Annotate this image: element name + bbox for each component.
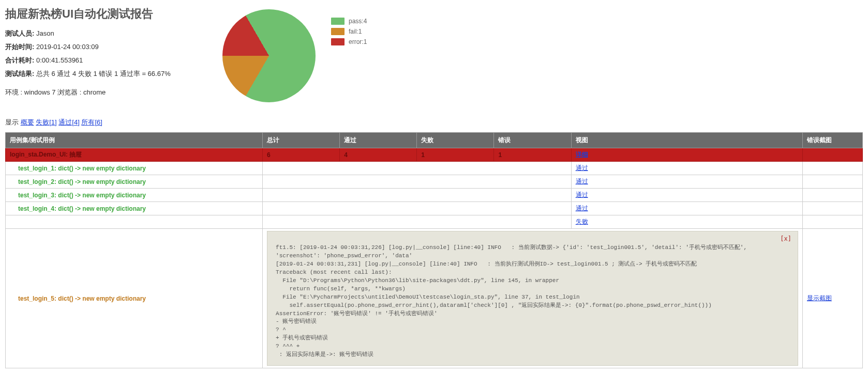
suite-name: login_sta.Demo_UI: 抽屉 — [6, 148, 263, 162]
suite-row: login_sta.Demo_UI: 抽屉 6 4 1 1 详细 — [6, 148, 863, 162]
report-info: 抽屉新热榜UI自动化测试报告 测试人员: Jason 开始时间: 2019-01… — [5, 4, 202, 97]
filter-all-link[interactable]: 所有[6] — [81, 118, 102, 126]
fail-shot-cell: 显示截图 — [802, 229, 862, 368]
suite-error: 1 — [494, 148, 571, 162]
start-line: 开始时间: 2019-01-24 00:03:09 — [5, 42, 202, 52]
filter-prefix: 显示 — [5, 118, 19, 126]
case-result: 通过 — [571, 202, 802, 215]
duration-value: 0:00:41.553961 — [36, 56, 83, 64]
table-row: test_login_4: dict() -> new empty dictio… — [6, 202, 863, 215]
fail-detail-row: test_login_5: dict() -> new empty dictio… — [6, 229, 863, 368]
th-name: 用例集/测试用例 — [6, 133, 263, 148]
result-link[interactable]: 通过 — [576, 178, 588, 185]
legend-error-label: error:1 — [349, 38, 367, 45]
suite-view: 详细 — [571, 148, 802, 162]
th-total: 总计 — [263, 133, 340, 148]
table-row: test_login_3: dict() -> new empty dictio… — [6, 189, 863, 202]
traceback: [x]ft1.5: [2019-01-24 00:03:31,226] [log… — [267, 231, 798, 366]
fail-case-name: test_login_5: dict() -> new empty dictio… — [6, 229, 263, 368]
pie-chart — [222, 9, 316, 102]
case-name: test_login_4: dict() -> new empty dictio… — [6, 202, 263, 215]
legend-pass-label: pass:4 — [349, 18, 367, 25]
legend: pass:4 fail:1 error:1 — [331, 9, 367, 49]
case-shot — [802, 189, 862, 202]
case-name: test_login_3: dict() -> new empty dictio… — [6, 189, 263, 202]
filter-fail-link[interactable]: 失败[1] — [36, 118, 56, 126]
case-empty — [263, 162, 572, 175]
duration-line: 合计耗时: 0:00:41.553961 — [5, 56, 202, 65]
result-link[interactable]: 通过 — [576, 205, 588, 212]
tester-value: Jason — [36, 29, 54, 37]
filter-row: 显示 概要 失败[1] 通过[4] 所有[6] — [5, 118, 863, 127]
start-label: 开始时间: — [5, 43, 34, 51]
case-result: 通过 — [571, 189, 802, 202]
table-header-row: 用例集/测试用例 总计 通过 失败 错误 视图 错误截图 — [6, 133, 863, 148]
swatch-pass-icon — [331, 18, 345, 25]
suite-shot — [802, 148, 862, 162]
duration-label: 合计耗时: — [5, 56, 34, 64]
result-label: 测试结果: — [5, 70, 34, 77]
filter-pass-link[interactable]: 通过[4] — [58, 118, 79, 126]
close-icon[interactable]: [x] — [780, 235, 791, 243]
result-value: 总共 6 通过 4 失败 1 错误 1 通过率 = 66.67% — [36, 70, 171, 77]
case-name: test_login_2: dict() -> new empty dictio… — [6, 175, 263, 189]
case-shot — [802, 202, 862, 215]
th-error: 错误 — [494, 133, 571, 148]
fail-result-row: 失败 — [6, 215, 863, 229]
suite-total: 6 — [263, 148, 340, 162]
table-row: test_login_2: dict() -> new empty dictio… — [6, 175, 863, 189]
case-empty — [263, 175, 572, 189]
results-table: 用例集/测试用例 总计 通过 失败 错误 视图 错误截图 login_sta.D… — [5, 132, 863, 368]
result-link[interactable]: 通过 — [576, 164, 588, 172]
swatch-fail-icon — [331, 28, 345, 35]
legend-error: error:1 — [331, 38, 367, 45]
pie-chart-block: pass:4 fail:1 error:1 — [222, 4, 367, 102]
case-shot — [802, 175, 862, 189]
tester-label: 测试人员: — [5, 29, 34, 37]
suite-view-link[interactable]: 详细 — [576, 151, 588, 158]
th-view: 视图 — [571, 133, 802, 148]
suite-pass: 4 — [340, 148, 417, 162]
env-line: 环境 : windows 7 浏览器 : chrome — [5, 88, 202, 97]
legend-fail: fail:1 — [331, 28, 367, 35]
fail-head-empty2 — [263, 215, 572, 229]
case-empty — [263, 202, 572, 215]
table-row: test_login_1: dict() -> new empty dictio… — [6, 162, 863, 175]
case-empty — [263, 189, 572, 202]
result-link[interactable]: 通过 — [576, 191, 588, 198]
result-line: 测试结果: 总共 6 通过 4 失败 1 错误 1 通过率 = 66.67% — [5, 69, 202, 79]
case-result: 通过 — [571, 175, 802, 189]
case-shot — [802, 162, 862, 175]
th-shot: 错误截图 — [802, 133, 862, 148]
th-fail: 失败 — [417, 133, 494, 148]
fail-head-shot — [802, 215, 862, 229]
fail-head-empty — [6, 215, 263, 229]
fail-result-link[interactable]: 失败 — [576, 218, 588, 225]
fail-trace-cell: [x]ft1.5: [2019-01-24 00:03:31,226] [log… — [263, 229, 803, 368]
legend-pass: pass:4 — [331, 18, 367, 25]
swatch-error-icon — [331, 38, 345, 45]
report-title: 抽屉新热榜UI自动化测试报告 — [5, 6, 202, 22]
filter-summary-link[interactable]: 概要 — [21, 118, 34, 126]
fail-result: 失败 — [571, 215, 802, 229]
case-name: test_login_1: dict() -> new empty dictio… — [6, 162, 263, 175]
legend-fail-label: fail:1 — [349, 28, 362, 35]
show-screenshot-link[interactable]: 显示截图 — [807, 294, 832, 302]
suite-fail: 1 — [417, 148, 494, 162]
case-result: 通过 — [571, 162, 802, 175]
start-value: 2019-01-24 00:03:09 — [36, 43, 99, 51]
tester-line: 测试人员: Jason — [5, 29, 202, 38]
th-pass: 通过 — [340, 133, 417, 148]
